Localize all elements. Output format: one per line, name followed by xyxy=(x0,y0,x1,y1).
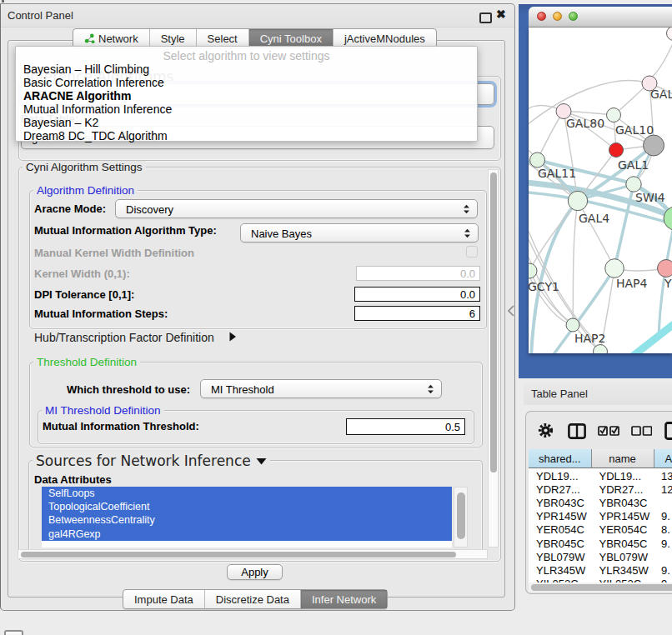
network-node-label: GAL10 xyxy=(615,123,654,137)
unchecked-columns-icon[interactable] xyxy=(631,426,652,436)
dropdown-item[interactable]: Bayesian – Hill Climbing xyxy=(16,62,477,76)
network-node-top-partial[interactable] xyxy=(667,28,672,41)
zoom-light-icon[interactable] xyxy=(569,12,578,21)
mi-type-combo[interactable]: Naive Bayes xyxy=(240,223,479,242)
minimize-light-icon[interactable] xyxy=(553,12,562,21)
network-icon xyxy=(84,33,95,44)
table-horizontal-scrollbar[interactable] xyxy=(529,582,672,592)
network-node-pink-Y[interactable] xyxy=(658,260,672,278)
network-graph: GAL2GAL80GAL10GAL1GAL11SWI4GAL4GCY1HAP4Y… xyxy=(529,28,672,353)
network-node-HAP2[interactable] xyxy=(566,318,579,332)
network-edge[interactable] xyxy=(632,322,672,353)
tab-network[interactable]: Network xyxy=(73,29,150,48)
network-node-GAL10[interactable] xyxy=(607,108,621,122)
hub-definition-label[interactable]: Hub/Transcription Factor Definition xyxy=(34,331,214,344)
network-edge[interactable] xyxy=(573,201,578,325)
network-node-GCY1[interactable] xyxy=(529,263,537,278)
control-panel-titlebar[interactable]: Control Panel ✖ xyxy=(1,4,514,28)
settings-vertical-scrollbar[interactable] xyxy=(488,169,499,548)
network-edge[interactable] xyxy=(651,42,672,78)
table-cell: 9. xyxy=(661,538,672,551)
dropdown-item[interactable]: Basic Correlation Inference xyxy=(16,76,477,89)
table-cell: 13 xyxy=(661,470,672,483)
table-row[interactable]: YLR345WYLR345W9. xyxy=(529,564,672,578)
close-light-icon[interactable] xyxy=(537,12,546,21)
table-cell: YPR145W xyxy=(599,510,654,523)
column-header-shared[interactable]: shared... xyxy=(529,449,592,468)
settings-horizontal-scrollbar-thumb[interactable] xyxy=(21,552,456,558)
dropdown-item[interactable]: Mutual Information Inference xyxy=(16,102,477,116)
checked-columns-icon[interactable] xyxy=(598,426,619,436)
table-row[interactable]: YBL079WYBL079W xyxy=(529,551,672,564)
network-edge[interactable] xyxy=(538,112,564,161)
mi-threshold-field[interactable]: 0.5 xyxy=(346,418,465,435)
apply-button[interactable]: Apply xyxy=(227,564,283,580)
attribute-list-item[interactable]: TopologicalCoefficient xyxy=(42,500,452,513)
network-canvas[interactable]: GAL2GAL80GAL10GAL1GAL11SWI4GAL4GCY1HAP4Y… xyxy=(529,28,672,353)
network-node-label: HAP4 xyxy=(616,277,648,290)
attributes-list-scrollbar-thumb[interactable] xyxy=(457,492,465,539)
network-window-titlebar[interactable] xyxy=(529,7,672,28)
restore-panel-button[interactable] xyxy=(4,630,23,635)
table-row[interactable]: YBR045CYBR045C9. xyxy=(529,538,672,551)
tab-cyni-toolbox[interactable]: Cyni Toolbox xyxy=(249,29,333,48)
mi-steps-field[interactable]: 6 xyxy=(354,306,480,321)
network-node-GAL4[interactable] xyxy=(568,191,587,210)
manual-kernel-checkbox[interactable] xyxy=(466,246,478,258)
network-node-label: GAL80 xyxy=(566,117,604,130)
tab-discretize-data[interactable]: Discretize Data xyxy=(205,590,301,608)
file-icon[interactable] xyxy=(664,422,672,440)
network-node-GAL11[interactable] xyxy=(530,152,545,168)
network-node-gray-node[interactable] xyxy=(644,135,664,156)
network-node-SWI4[interactable] xyxy=(626,177,641,192)
tab-jactivemnodules[interactable]: jActiveMNodules xyxy=(333,29,436,48)
network-node-HAP4[interactable] xyxy=(605,259,624,278)
table-row[interactable]: YER054CYER054C8. xyxy=(529,523,672,537)
close-icon[interactable]: ✖ xyxy=(496,8,506,21)
which-threshold-combo[interactable]: MI Threshold xyxy=(200,379,442,398)
column-header-a[interactable]: A xyxy=(654,449,672,468)
gear-icon[interactable] xyxy=(538,422,554,438)
aracne-mode-combo[interactable]: Discovery xyxy=(115,199,478,218)
mi-type-label: Mutual Information Algorithm Type: xyxy=(34,224,217,237)
dropdown-item[interactable]: Dream8 DC_TDC Algorithm xyxy=(16,129,477,142)
dpi-tolerance-field[interactable]: 0.0 xyxy=(354,287,480,302)
float-window-icon[interactable] xyxy=(479,12,492,23)
table-panel-titlebar[interactable]: Table Panel xyxy=(524,382,672,405)
tab-infer-network[interactable]: Infer Network xyxy=(301,590,387,608)
table-row[interactable]: YBR043CYBR043C xyxy=(529,497,672,510)
node-table: shared...nameA YDL19...YDL19...13YDR27..… xyxy=(529,449,672,592)
dropdown-item[interactable]: ARACNE Algorithm xyxy=(16,89,477,102)
attribute-list-item[interactable]: gal4RGexp xyxy=(42,528,452,541)
settings-vertical-scrollbar-thumb[interactable] xyxy=(490,172,497,472)
data-attributes-label: Data Attributes xyxy=(34,473,112,486)
tab-style[interactable]: Style xyxy=(150,29,197,48)
expand-right-icon[interactable] xyxy=(228,332,237,342)
sources-title-wrap[interactable]: Sources for Network Inference xyxy=(33,452,270,469)
table-panel-title: Table Panel xyxy=(531,388,588,400)
attribute-list-item[interactable]: SelfLoops xyxy=(42,487,452,500)
tab-label: jActiveMNodules xyxy=(344,32,425,45)
column-header-name[interactable]: name xyxy=(592,449,654,468)
split-pane-collapse-icon[interactable] xyxy=(508,305,514,317)
attributes-list-scrollbar[interactable] xyxy=(454,487,468,548)
tab-label: Style xyxy=(161,32,185,45)
table-horizontal-scrollbar-thumb[interactable] xyxy=(531,584,672,591)
network-node-GAL1[interactable] xyxy=(609,143,624,158)
combo-arrows-icon xyxy=(463,204,470,214)
tab-label: Select xyxy=(208,32,238,45)
dropdown-item[interactable]: Bayesian – K2 xyxy=(16,116,477,129)
table-row[interactable]: YDR27...YDR27...12 xyxy=(529,483,672,497)
split-columns-icon[interactable] xyxy=(568,423,586,439)
table-row[interactable]: YDL19...YDL19...13 xyxy=(529,470,672,483)
tab-select[interactable]: Select xyxy=(197,29,249,48)
kernel-width-field[interactable]: 0.0 xyxy=(356,266,480,281)
tab-impute-data[interactable]: Impute Data xyxy=(123,590,205,608)
attribute-list-item[interactable]: BetweennessCentrality xyxy=(42,513,452,527)
network-node-green-big[interactable] xyxy=(664,207,672,230)
table-row[interactable]: YPR145WYPR145W9. xyxy=(529,510,672,523)
cyni-algorithm-settings-title: Cyni Algorithm Settings xyxy=(23,161,146,173)
settings-horizontal-scrollbar[interactable] xyxy=(18,549,488,559)
data-attributes-list[interactable]: SelfLoopsTopologicalCoefficientBetweenne… xyxy=(42,487,452,548)
table-cell: YBL079W xyxy=(599,551,654,564)
